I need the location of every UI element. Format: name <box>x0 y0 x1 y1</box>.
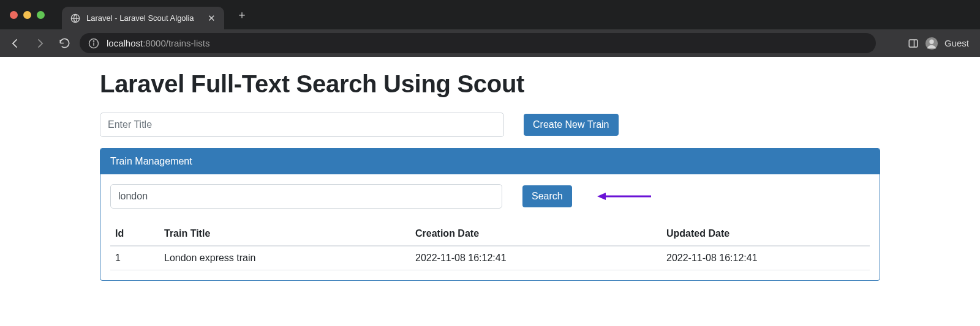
th-created: Creation Date <box>410 222 662 246</box>
nav-bar: localhost:8000/trains-lists Guest <box>0 29 980 57</box>
back-button[interactable] <box>6 34 24 53</box>
reload-button[interactable] <box>55 34 74 53</box>
table-row: 1 London express train 2022-11-08 16:12:… <box>110 246 870 270</box>
browser-tab[interactable]: Laravel - Laravel Scout Algolia ✕ <box>62 7 224 29</box>
url-text: localhost:8000/trains-lists <box>107 38 209 48</box>
cell-updated: 2022-11-08 16:12:41 <box>662 246 870 270</box>
cell-title: London express train <box>159 246 410 270</box>
search-input[interactable] <box>110 184 502 209</box>
th-title: Train Title <box>159 222 410 246</box>
train-management-panel: Train Management Search Id Train Title <box>100 148 880 281</box>
window-controls <box>10 11 45 19</box>
toolbar-right: Guest <box>908 37 974 50</box>
maximize-window-button[interactable] <box>37 11 45 19</box>
search-button[interactable]: Search <box>522 185 572 207</box>
svg-point-7 <box>929 39 933 43</box>
annotation-arrow-icon <box>597 190 652 202</box>
side-panel-icon[interactable] <box>908 38 919 49</box>
globe-icon <box>70 13 80 23</box>
close-window-button[interactable] <box>10 11 18 19</box>
th-id: Id <box>110 222 159 246</box>
page-title: Laravel Full-Text Search Using Scout <box>100 70 880 98</box>
new-tab-button[interactable]: ＋ <box>236 7 247 22</box>
search-row: Search <box>110 184 870 209</box>
profile-label[interactable]: Guest <box>944 38 969 48</box>
tab-bar: Laravel - Laravel Scout Algolia ✕ ＋ <box>0 0 980 29</box>
trains-table: Id Train Title Creation Date Updated Dat… <box>110 222 870 270</box>
cell-id: 1 <box>110 246 159 270</box>
minimize-window-button[interactable] <box>23 11 31 19</box>
site-info-icon[interactable] <box>88 38 99 49</box>
browser-chrome: Laravel - Laravel Scout Algolia ✕ ＋ loca… <box>0 0 980 57</box>
forward-button[interactable] <box>31 34 49 53</box>
svg-point-3 <box>93 40 94 41</box>
cell-created: 2022-11-08 16:12:41 <box>410 246 662 270</box>
close-tab-icon[interactable]: ✕ <box>208 13 216 24</box>
panel-header: Train Management <box>100 149 880 174</box>
svg-marker-9 <box>597 193 606 200</box>
svg-rect-4 <box>909 40 918 47</box>
title-input[interactable] <box>100 113 504 137</box>
profile-avatar-icon[interactable] <box>925 37 938 50</box>
panel-body: Search Id Train Title Creation Date Upda… <box>100 174 880 280</box>
th-updated: Updated Date <box>662 222 870 246</box>
page-content: Laravel Full-Text Search Using Scout Cre… <box>0 57 980 281</box>
tab-title: Laravel - Laravel Scout Algolia <box>86 13 202 23</box>
top-form-row: Create New Train <box>100 113 880 137</box>
create-new-train-button[interactable]: Create New Train <box>524 114 619 136</box>
address-bar[interactable]: localhost:8000/trains-lists <box>80 33 876 53</box>
